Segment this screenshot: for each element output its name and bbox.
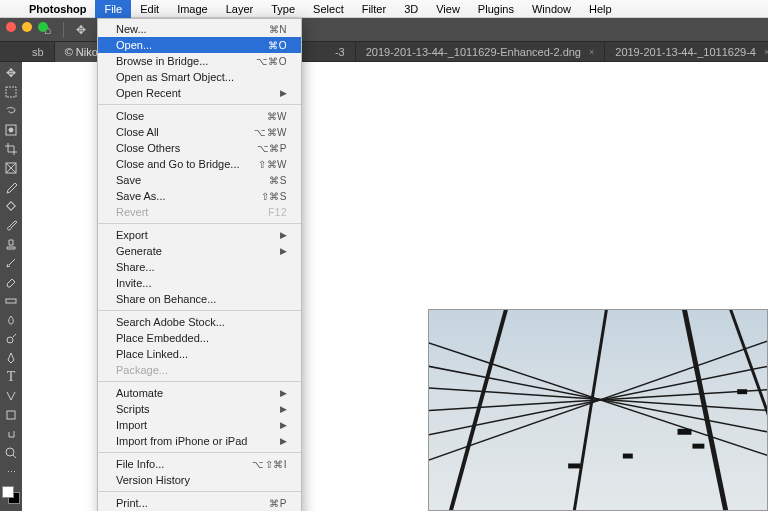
selection-tool-icon[interactable] xyxy=(1,121,21,139)
menu-item-close-all[interactable]: Close All⌥⌘W xyxy=(98,124,301,140)
foreground-swatch[interactable] xyxy=(2,486,14,498)
minimize-window-icon[interactable] xyxy=(22,22,32,32)
menu-item-export[interactable]: Export▶ xyxy=(98,227,301,243)
shape-tool-icon[interactable] xyxy=(1,406,21,424)
eraser-tool-icon[interactable] xyxy=(1,273,21,291)
submenu-arrow-icon: ▶ xyxy=(280,388,287,398)
menu-item-close-and-go-to-bridge[interactable]: Close and Go to Bridge...⇧⌘W xyxy=(98,156,301,172)
lasso-tool-icon[interactable] xyxy=(1,102,21,120)
move-tool-icon[interactable]: ✥ xyxy=(72,23,90,37)
menu-item-automate[interactable]: Automate▶ xyxy=(98,385,301,401)
menu-item-open[interactable]: Open...⌘O xyxy=(98,37,301,53)
submenu-arrow-icon: ▶ xyxy=(280,230,287,240)
submenu-arrow-icon: ▶ xyxy=(280,246,287,256)
menu-item-new[interactable]: New...⌘N xyxy=(98,21,301,37)
menu-file[interactable]: File xyxy=(95,0,131,18)
close-icon[interactable]: × xyxy=(764,47,768,57)
edit-toolbar-icon[interactable]: ⋯ xyxy=(1,463,21,481)
menu-item-generate[interactable]: Generate▶ xyxy=(98,243,301,259)
menu-filter[interactable]: Filter xyxy=(353,0,395,18)
menu-item-label: Invite... xyxy=(116,277,151,289)
menu-item-open-as-smart-object[interactable]: Open as Smart Object... xyxy=(98,69,301,85)
svg-point-8 xyxy=(6,448,14,456)
zoom-window-icon[interactable] xyxy=(38,22,48,32)
menu-item-file-info[interactable]: File Info...⌥⇧⌘I xyxy=(98,456,301,472)
document-tab[interactable]: 2019-201-13-44-_1011629-4× xyxy=(605,42,768,62)
svg-rect-4 xyxy=(7,202,15,210)
menu-shortcut: ⌥⌘O xyxy=(256,56,287,67)
move-tool-icon[interactable]: ✥ xyxy=(1,64,21,82)
menu-item-import-from-iphone-or-ipad[interactable]: Import from iPhone or iPad▶ xyxy=(98,433,301,449)
tab-label: sb xyxy=(32,46,44,58)
tab-label: 2019-201-13-44-_1011629-Enhanced-2.dng xyxy=(366,46,581,58)
gradient-tool-icon[interactable] xyxy=(1,292,21,310)
menu-help[interactable]: Help xyxy=(580,0,621,18)
zoom-tool-icon[interactable] xyxy=(1,444,21,462)
submenu-arrow-icon: ▶ xyxy=(280,436,287,446)
menu-item-label: Close xyxy=(116,110,144,122)
menu-image[interactable]: Image xyxy=(168,0,217,18)
brush-tool-icon[interactable] xyxy=(1,216,21,234)
crop-tool-icon[interactable] xyxy=(1,140,21,158)
menu-3d[interactable]: 3D xyxy=(395,0,427,18)
pen-tool-icon[interactable] xyxy=(1,349,21,367)
menu-item-share[interactable]: Share... xyxy=(98,259,301,275)
menu-edit[interactable]: Edit xyxy=(131,0,168,18)
hand-tool-icon[interactable] xyxy=(1,425,21,443)
color-swatches[interactable] xyxy=(2,486,20,504)
menu-shortcut: ⌥⌘P xyxy=(257,143,287,154)
dodge-tool-icon[interactable] xyxy=(1,330,21,348)
document-tab[interactable]: sb xyxy=(22,42,55,62)
menu-item-import[interactable]: Import▶ xyxy=(98,417,301,433)
macos-menubar: Photoshop File Edit Image Layer Type Sel… xyxy=(0,0,768,18)
menu-window[interactable]: Window xyxy=(523,0,580,18)
document-tab[interactable]: 2019-201-13-44-_1011629-Enhanced-2.dng× xyxy=(356,42,606,62)
app-name[interactable]: Photoshop xyxy=(20,3,95,15)
frame-tool-icon[interactable] xyxy=(1,159,21,177)
history-brush-tool-icon[interactable] xyxy=(1,254,21,272)
menu-item-place-embedded[interactable]: Place Embedded... xyxy=(98,330,301,346)
menu-item-label: Close and Go to Bridge... xyxy=(116,158,240,170)
menu-item-label: Save xyxy=(116,174,141,186)
menu-item-print[interactable]: Print...⌘P xyxy=(98,495,301,511)
menu-item-label: Search Adobe Stock... xyxy=(116,316,225,328)
menu-view[interactable]: View xyxy=(427,0,469,18)
close-window-icon[interactable] xyxy=(6,22,16,32)
menu-item-close[interactable]: Close⌘W xyxy=(98,108,301,124)
svg-rect-9 xyxy=(678,429,692,435)
marquee-tool-icon[interactable] xyxy=(1,83,21,101)
svg-rect-10 xyxy=(692,444,704,449)
menu-shortcut: ⌘W xyxy=(267,111,287,122)
stamp-tool-icon[interactable] xyxy=(1,235,21,253)
menu-item-invite[interactable]: Invite... xyxy=(98,275,301,291)
type-tool-icon[interactable]: T xyxy=(1,368,21,386)
menu-item-open-recent[interactable]: Open Recent▶ xyxy=(98,85,301,101)
eyedropper-tool-icon[interactable] xyxy=(1,178,21,196)
menu-item-label: Browse in Bridge... xyxy=(116,55,208,67)
menu-item-label: Place Linked... xyxy=(116,348,188,360)
menu-item-browse-in-bridge[interactable]: Browse in Bridge...⌥⌘O xyxy=(98,53,301,69)
menu-item-scripts[interactable]: Scripts▶ xyxy=(98,401,301,417)
menu-item-search-adobe-stock[interactable]: Search Adobe Stock... xyxy=(98,314,301,330)
close-icon[interactable]: × xyxy=(589,47,594,57)
blur-tool-icon[interactable] xyxy=(1,311,21,329)
healing-tool-icon[interactable] xyxy=(1,197,21,215)
menu-item-save-as[interactable]: Save As...⇧⌘S xyxy=(98,188,301,204)
document-tab[interactable]: -3 xyxy=(325,42,356,62)
menu-item-label: Share on Behance... xyxy=(116,293,216,305)
path-tool-icon[interactable] xyxy=(1,387,21,405)
menu-item-label: Automate xyxy=(116,387,163,399)
menu-separator xyxy=(98,491,301,492)
svg-point-6 xyxy=(7,337,13,343)
menu-item-close-others[interactable]: Close Others⌥⌘P xyxy=(98,140,301,156)
menu-type[interactable]: Type xyxy=(262,0,304,18)
menu-item-save[interactable]: Save⌘S xyxy=(98,172,301,188)
menu-item-label: Import from iPhone or iPad xyxy=(116,435,247,447)
menu-item-place-linked[interactable]: Place Linked... xyxy=(98,346,301,362)
menu-plugins[interactable]: Plugins xyxy=(469,0,523,18)
menu-select[interactable]: Select xyxy=(304,0,353,18)
tools-panel: ✥ T ⋯ xyxy=(0,62,22,511)
menu-layer[interactable]: Layer xyxy=(217,0,263,18)
menu-item-version-history[interactable]: Version History xyxy=(98,472,301,488)
menu-item-share-on-behance[interactable]: Share on Behance... xyxy=(98,291,301,307)
